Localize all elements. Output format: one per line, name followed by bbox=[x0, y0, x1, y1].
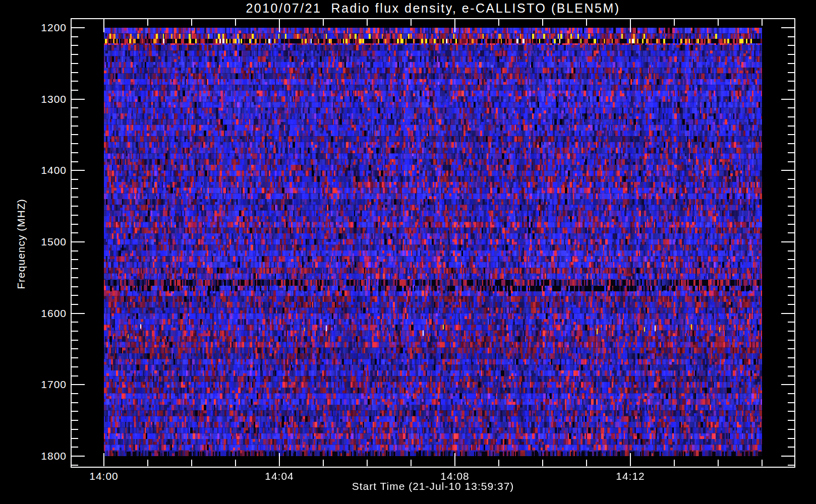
y-minor-tick bbox=[72, 250, 78, 251]
x-minor-tick bbox=[235, 19, 236, 26]
y-minor-tick bbox=[788, 224, 794, 225]
y-tick-label: 1800 bbox=[0, 450, 67, 462]
y-minor-tick bbox=[788, 402, 794, 403]
y-minor-tick bbox=[788, 36, 794, 37]
y-minor-tick bbox=[72, 438, 78, 439]
y-minor-tick bbox=[72, 197, 78, 198]
y-minor-tick bbox=[788, 295, 794, 296]
y-tick-label: 1600 bbox=[0, 307, 67, 320]
y-minor-tick bbox=[788, 429, 794, 430]
y-minor-tick bbox=[72, 215, 78, 216]
x-major-tick bbox=[279, 453, 280, 466]
x-minor-tick bbox=[498, 460, 499, 466]
y-major-tick bbox=[72, 99, 85, 100]
y-minor-tick bbox=[788, 161, 794, 162]
y-minor-tick bbox=[72, 331, 78, 332]
x-minor-tick bbox=[147, 460, 148, 466]
y-minor-tick bbox=[72, 134, 78, 135]
y-minor-tick bbox=[788, 63, 794, 64]
y-minor-tick bbox=[72, 90, 78, 91]
y-minor-tick bbox=[788, 116, 794, 117]
y-minor-tick bbox=[72, 447, 78, 448]
x-major-tick bbox=[630, 453, 631, 466]
y-minor-tick bbox=[72, 322, 78, 323]
y-minor-tick bbox=[72, 116, 78, 117]
x-minor-tick bbox=[367, 19, 368, 26]
y-major-tick bbox=[72, 170, 85, 171]
x-minor-tick bbox=[323, 460, 324, 466]
y-minor-tick bbox=[788, 125, 794, 127]
y-tick-label: 1400 bbox=[0, 164, 67, 176]
y-minor-tick bbox=[72, 143, 78, 144]
x-minor-tick bbox=[674, 19, 675, 26]
x-major-tick bbox=[454, 453, 455, 466]
y-minor-tick bbox=[788, 188, 794, 189]
plot-border bbox=[71, 18, 795, 468]
y-minor-tick bbox=[72, 402, 78, 403]
x-minor-tick bbox=[762, 19, 763, 26]
y-minor-tick bbox=[72, 81, 78, 82]
y-minor-tick bbox=[72, 268, 78, 269]
chart-title: 2010/07/21 Radio flux density, e-CALLIST… bbox=[71, 1, 795, 16]
y-minor-tick bbox=[788, 357, 794, 358]
y-minor-tick bbox=[788, 250, 794, 251]
y-minor-tick bbox=[72, 36, 78, 37]
x-minor-tick bbox=[762, 460, 763, 466]
x-minor-tick bbox=[235, 460, 236, 466]
x-minor-tick bbox=[498, 19, 499, 26]
y-tick-label: 1200 bbox=[0, 22, 67, 34]
y-minor-tick bbox=[72, 340, 78, 341]
y-minor-tick bbox=[72, 72, 78, 73]
y-minor-tick bbox=[788, 393, 794, 394]
y-minor-tick bbox=[788, 54, 794, 55]
y-major-tick bbox=[72, 241, 85, 242]
x-minor-tick bbox=[718, 19, 719, 26]
x-minor-tick bbox=[191, 460, 192, 466]
y-minor-tick bbox=[72, 206, 78, 207]
x-minor-tick bbox=[586, 19, 587, 26]
y-major-tick bbox=[72, 27, 85, 28]
y-minor-tick bbox=[72, 232, 78, 233]
x-minor-tick bbox=[367, 460, 368, 466]
y-minor-tick bbox=[72, 179, 78, 180]
x-minor-tick bbox=[191, 19, 192, 26]
y-minor-tick bbox=[788, 465, 794, 466]
y-major-tick bbox=[781, 241, 794, 242]
y-minor-tick bbox=[72, 429, 78, 430]
x-minor-tick bbox=[542, 460, 543, 466]
y-minor-tick bbox=[72, 45, 78, 46]
y-minor-tick bbox=[788, 340, 794, 341]
x-major-tick bbox=[279, 19, 280, 32]
x-major-tick bbox=[103, 19, 104, 32]
y-tick-label: 1500 bbox=[0, 236, 67, 248]
x-minor-tick bbox=[586, 460, 587, 466]
y-minor-tick bbox=[72, 161, 78, 162]
y-minor-tick bbox=[72, 286, 78, 287]
y-minor-tick bbox=[788, 107, 794, 108]
y-tick-label: 1700 bbox=[0, 379, 67, 391]
y-major-tick bbox=[781, 99, 794, 100]
y-minor-tick bbox=[788, 179, 794, 180]
y-minor-tick bbox=[788, 134, 794, 135]
y-minor-tick bbox=[788, 366, 794, 367]
y-major-tick bbox=[72, 384, 85, 385]
y-minor-tick bbox=[788, 90, 794, 91]
y-minor-tick bbox=[788, 286, 794, 287]
y-minor-tick bbox=[72, 357, 78, 358]
y-minor-tick bbox=[788, 45, 794, 46]
x-minor-tick bbox=[674, 460, 675, 466]
x-major-tick bbox=[103, 453, 104, 466]
y-major-tick bbox=[781, 456, 794, 457]
y-minor-tick bbox=[788, 438, 794, 439]
y-minor-tick bbox=[72, 295, 78, 296]
y-minor-tick bbox=[788, 304, 794, 305]
y-minor-tick bbox=[788, 348, 794, 349]
y-minor-tick bbox=[788, 215, 794, 216]
y-minor-tick bbox=[788, 322, 794, 323]
y-minor-tick bbox=[788, 268, 794, 269]
y-tick-label: 1300 bbox=[0, 93, 67, 105]
x-major-tick bbox=[454, 19, 455, 32]
y-major-tick bbox=[781, 27, 794, 28]
y-minor-tick bbox=[72, 420, 78, 421]
y-minor-tick bbox=[72, 393, 78, 394]
